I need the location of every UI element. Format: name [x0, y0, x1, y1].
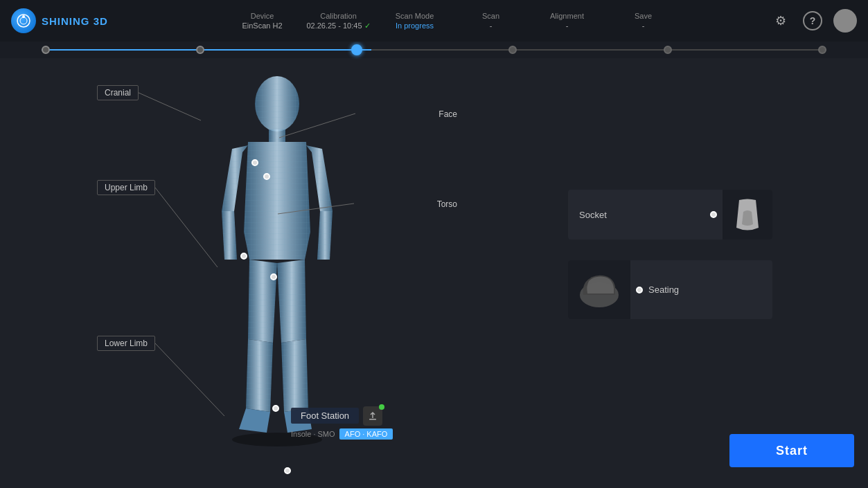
device-value: EinScan H2 — [242, 21, 282, 30]
calibration-label: Calibration — [320, 12, 357, 20]
logo-icon — [11, 8, 36, 33]
torso-label-container: Torso — [437, 197, 457, 210]
human-body-svg — [201, 73, 353, 446]
left-panel: Cranial Upper Limb Lower Limb — [0, 58, 554, 488]
progress-track — [0, 42, 868, 58]
cranial-label: Cranial — [105, 88, 131, 98]
socket-thumbnail — [723, 190, 772, 240]
scan-mode-value: In progress — [396, 21, 434, 30]
seating-dot — [636, 287, 643, 293]
dot-lower-limb[interactable] — [272, 405, 279, 412]
step-scan-mode: Scan Mode In progress — [377, 12, 453, 30]
foot-tag1: Insole · SMO — [291, 430, 335, 438]
upper-limb-label-box: Upper Limb — [97, 180, 155, 195]
lower-limb-label-box: Lower Limb — [97, 336, 155, 351]
track-dots — [42, 44, 826, 55]
step-device: Device EinScan H2 — [224, 12, 301, 30]
header-icons: ⚙ ? — [770, 9, 857, 33]
cranial-label-box: Cranial — [97, 85, 139, 100]
help-button[interactable]: ? — [803, 11, 822, 30]
upper-limb-label: Upper Limb — [105, 183, 148, 192]
dot-torso[interactable] — [270, 273, 277, 280]
step-save: Save - — [605, 12, 682, 30]
header: SHINING 3D Device EinScan H2 Calibration… — [0, 0, 868, 42]
scan-label: Scan — [482, 12, 499, 20]
save-value: - — [642, 21, 645, 30]
upload-green-dot — [379, 404, 384, 410]
logo-area: SHINING 3D — [11, 8, 136, 33]
svg-rect-13 — [369, 419, 376, 420]
dot-head-right[interactable] — [263, 173, 270, 180]
alignment-label: Alignment — [550, 12, 584, 20]
track-dot-4[interactable] — [508, 46, 517, 54]
foot-station-popup: Foot Station Insole · SMO AFO · KAFO — [291, 406, 393, 440]
seating-card[interactable]: Seating — [568, 260, 772, 319]
lower-limb-label: Lower Limb — [105, 338, 148, 348]
step-alignment: Alignment - — [529, 12, 605, 30]
svg-rect-6 — [269, 129, 285, 142]
upload-button[interactable] — [363, 406, 382, 426]
dot-head-left[interactable] — [251, 159, 258, 166]
svg-point-4 — [255, 76, 299, 132]
track-dot-5[interactable] — [664, 46, 672, 54]
app-name: SHINING 3D — [42, 15, 108, 27]
face-label-container: Face — [439, 107, 457, 120]
socket-label: Socket — [568, 210, 710, 220]
gear-icon: ⚙ — [775, 13, 786, 28]
track-dot-1[interactable] — [42, 46, 50, 54]
svg-point-2 — [22, 15, 25, 18]
right-panel: Socket — [554, 58, 868, 488]
body-figure-container: Cranial Upper Limb Lower Limb — [152, 73, 402, 460]
scan-mode-label: Scan Mode — [396, 12, 434, 20]
main-content: Cranial Upper Limb Lower Limb — [0, 58, 868, 488]
alignment-value: - — [566, 21, 569, 30]
track-dot-6[interactable] — [818, 46, 826, 54]
help-icon: ? — [810, 15, 816, 26]
workflow-steps: Device EinScan H2 Calibration 02.26.25 -… — [136, 12, 770, 30]
start-button[interactable]: Start — [729, 434, 854, 467]
track-dot-2[interactable] — [196, 46, 204, 54]
socket-card[interactable]: Socket — [568, 190, 772, 240]
seating-thumbnail — [568, 260, 630, 319]
dot-foot[interactable] — [284, 467, 291, 474]
dot-upper-left[interactable] — [240, 253, 247, 260]
save-label: Save — [635, 12, 652, 20]
upload-icon — [368, 411, 378, 421]
step-calibration: Calibration 02.26.25 - 10:45 ✓ — [301, 12, 377, 30]
socket-dot — [710, 211, 717, 218]
avatar[interactable] — [833, 9, 857, 33]
step-scan: Scan - — [453, 12, 529, 30]
device-label: Device — [251, 12, 274, 20]
torso-label: Torso — [437, 199, 457, 209]
settings-button[interactable]: ⚙ — [770, 10, 792, 32]
svg-line-8 — [139, 93, 201, 120]
track-dot-3[interactable] — [351, 44, 362, 55]
foot-tag2[interactable]: AFO · KAFO — [339, 428, 393, 440]
calibration-value: 02.26.25 - 10:45 ✓ — [306, 21, 370, 30]
foot-station-label: Foot Station — [301, 410, 349, 421]
face-label: Face — [439, 109, 457, 119]
seating-label: Seating — [648, 284, 772, 295]
scan-value: - — [490, 21, 493, 30]
svg-point-1 — [20, 17, 27, 24]
